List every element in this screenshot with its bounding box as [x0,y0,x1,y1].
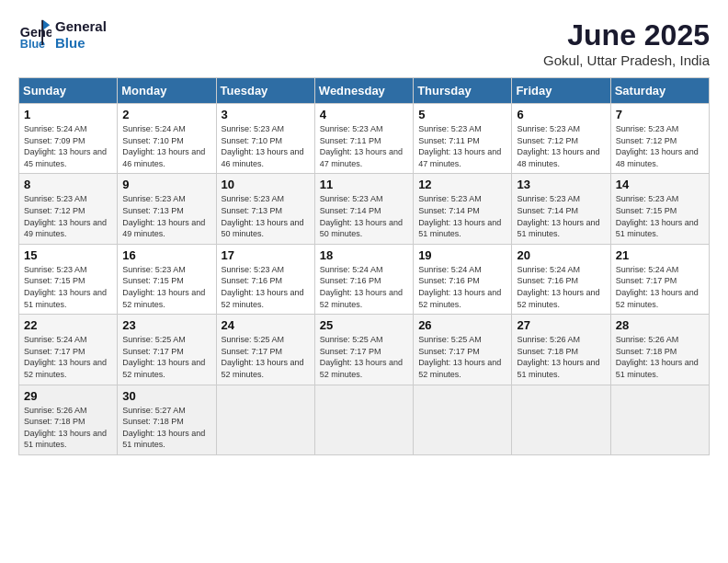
day-number: 29 [24,389,112,403]
day-number: 16 [122,248,210,262]
svg-rect-3 [41,20,43,45]
day-number: 4 [320,108,408,121]
calendar-cell: 9 Sunrise: 5:23 AM Sunset: 7:13 PM Dayli… [118,174,216,244]
day-info: Sunrise: 5:24 AM Sunset: 7:09 PM Dayligh… [24,123,112,169]
day-number: 10 [222,178,310,191]
calendar-cell: 5 Sunrise: 5:23 AM Sunset: 7:11 PM Dayli… [414,104,512,174]
day-info: Sunrise: 5:23 AM Sunset: 7:11 PM Dayligh… [418,123,506,169]
day-number: 17 [222,248,310,262]
day-number: 27 [517,318,605,332]
calendar: SundayMondayTuesdayWednesdayThursdayFrid… [18,77,710,455]
day-number: 28 [616,318,704,332]
day-info: Sunrise: 5:23 AM Sunset: 7:12 PM Dayligh… [616,123,704,169]
weekday-header-thursday: Thursday [414,78,512,104]
calendar-cell: 10 Sunrise: 5:23 AM Sunset: 7:13 PM Dayl… [216,174,314,244]
calendar-cell [414,385,512,454]
calendar-cell: 26 Sunrise: 5:25 AM Sunset: 7:17 PM Dayl… [414,315,512,385]
calendar-cell: 11 Sunrise: 5:23 AM Sunset: 7:14 PM Dayl… [314,174,413,244]
calendar-cell: 27 Sunrise: 5:26 AM Sunset: 7:18 PM Dayl… [512,315,610,385]
weekday-header-saturday: Saturday [610,78,709,104]
day-info: Sunrise: 5:23 AM Sunset: 7:13 PM Dayligh… [122,193,210,239]
calendar-week-2: 8 Sunrise: 5:23 AM Sunset: 7:12 PM Dayli… [19,174,710,244]
calendar-cell [314,385,413,454]
day-number: 22 [24,318,112,332]
calendar-cell: 8 Sunrise: 5:23 AM Sunset: 7:12 PM Dayli… [19,174,118,244]
day-info: Sunrise: 5:23 AM Sunset: 7:14 PM Dayligh… [320,193,408,239]
day-number: 7 [616,108,704,121]
day-number: 13 [517,178,605,191]
calendar-week-1: 1 Sunrise: 5:24 AM Sunset: 7:09 PM Dayli… [19,104,710,174]
day-number: 9 [122,178,210,191]
day-info: Sunrise: 5:24 AM Sunset: 7:10 PM Dayligh… [122,123,210,169]
day-info: Sunrise: 5:25 AM Sunset: 7:17 PM Dayligh… [320,334,408,380]
day-info: Sunrise: 5:24 AM Sunset: 7:16 PM Dayligh… [320,264,408,310]
day-number: 5 [418,108,506,121]
calendar-body: 1 Sunrise: 5:24 AM Sunset: 7:09 PM Dayli… [19,104,710,455]
day-number: 12 [418,178,506,191]
calendar-cell: 6 Sunrise: 5:23 AM Sunset: 7:12 PM Dayli… [512,104,610,174]
calendar-week-5: 29 Sunrise: 5:26 AM Sunset: 7:18 PM Dayl… [19,385,710,454]
day-info: Sunrise: 5:23 AM Sunset: 7:14 PM Dayligh… [517,193,605,239]
day-number: 11 [320,178,408,191]
calendar-cell: 21 Sunrise: 5:24 AM Sunset: 7:17 PM Dayl… [610,244,709,314]
day-info: Sunrise: 5:24 AM Sunset: 7:17 PM Dayligh… [616,264,704,310]
calendar-cell: 30 Sunrise: 5:27 AM Sunset: 7:18 PM Dayl… [118,385,216,454]
day-number: 15 [24,248,112,262]
calendar-cell: 7 Sunrise: 5:23 AM Sunset: 7:12 PM Dayli… [610,104,709,174]
day-number: 24 [222,318,310,332]
calendar-cell: 23 Sunrise: 5:25 AM Sunset: 7:17 PM Dayl… [118,315,216,385]
weekday-header-tuesday: Tuesday [216,78,314,104]
calendar-cell [610,385,709,454]
calendar-header-row: SundayMondayTuesdayWednesdayThursdayFrid… [19,78,710,104]
calendar-cell: 28 Sunrise: 5:26 AM Sunset: 7:18 PM Dayl… [610,315,709,385]
calendar-cell: 29 Sunrise: 5:26 AM Sunset: 7:18 PM Dayl… [19,385,118,454]
calendar-cell: 14 Sunrise: 5:23 AM Sunset: 7:15 PM Dayl… [610,174,709,244]
calendar-cell: 15 Sunrise: 5:23 AM Sunset: 7:15 PM Dayl… [19,244,118,314]
title-area: June 2025 Gokul, Uttar Pradesh, India [543,18,710,68]
calendar-cell: 13 Sunrise: 5:23 AM Sunset: 7:14 PM Dayl… [512,174,610,244]
day-number: 21 [616,248,704,262]
day-info: Sunrise: 5:23 AM Sunset: 7:11 PM Dayligh… [320,123,408,169]
day-number: 25 [320,318,408,332]
logo: General Blue General Blue [18,18,107,52]
day-info: Sunrise: 5:26 AM Sunset: 7:18 PM Dayligh… [616,334,704,380]
day-number: 18 [320,248,408,262]
weekday-header-wednesday: Wednesday [314,78,413,104]
day-info: Sunrise: 5:25 AM Sunset: 7:17 PM Dayligh… [222,334,310,380]
location-title: Gokul, Uttar Pradesh, India [543,52,710,68]
day-number: 23 [122,318,210,332]
calendar-cell: 1 Sunrise: 5:24 AM Sunset: 7:09 PM Dayli… [19,104,118,174]
calendar-cell: 12 Sunrise: 5:23 AM Sunset: 7:14 PM Dayl… [414,174,512,244]
calendar-cell: 3 Sunrise: 5:23 AM Sunset: 7:10 PM Dayli… [216,104,314,174]
day-info: Sunrise: 5:23 AM Sunset: 7:15 PM Dayligh… [24,264,112,310]
calendar-cell: 4 Sunrise: 5:23 AM Sunset: 7:11 PM Dayli… [314,104,413,174]
weekday-header-monday: Monday [118,78,216,104]
day-number: 30 [122,389,210,403]
calendar-cell: 18 Sunrise: 5:24 AM Sunset: 7:16 PM Dayl… [314,244,413,314]
day-info: Sunrise: 5:24 AM Sunset: 7:16 PM Dayligh… [418,264,506,310]
day-info: Sunrise: 5:23 AM Sunset: 7:15 PM Dayligh… [616,193,704,239]
day-info: Sunrise: 5:23 AM Sunset: 7:12 PM Dayligh… [24,193,112,239]
day-number: 3 [222,108,310,121]
day-info: Sunrise: 5:23 AM Sunset: 7:16 PM Dayligh… [222,264,310,310]
logo-icon: General Blue [18,18,51,52]
day-number: 2 [122,108,210,121]
svg-text:Blue: Blue [20,38,45,51]
day-info: Sunrise: 5:23 AM Sunset: 7:13 PM Dayligh… [222,193,310,239]
day-number: 6 [517,108,605,121]
header: General Blue General Blue June 2025 Goku… [18,18,710,68]
day-info: Sunrise: 5:25 AM Sunset: 7:17 PM Dayligh… [122,334,210,380]
day-number: 14 [616,178,704,191]
day-info: Sunrise: 5:26 AM Sunset: 7:18 PM Dayligh… [517,334,605,380]
logo-line1: General [55,18,107,35]
day-info: Sunrise: 5:25 AM Sunset: 7:17 PM Dayligh… [418,334,506,380]
day-info: Sunrise: 5:23 AM Sunset: 7:10 PM Dayligh… [222,123,310,169]
day-number: 8 [24,178,112,191]
day-info: Sunrise: 5:23 AM Sunset: 7:14 PM Dayligh… [418,193,506,239]
day-info: Sunrise: 5:23 AM Sunset: 7:15 PM Dayligh… [122,264,210,310]
calendar-cell: 2 Sunrise: 5:24 AM Sunset: 7:10 PM Dayli… [118,104,216,174]
calendar-cell: 25 Sunrise: 5:25 AM Sunset: 7:17 PM Dayl… [314,315,413,385]
day-info: Sunrise: 5:24 AM Sunset: 7:16 PM Dayligh… [517,264,605,310]
calendar-cell: 20 Sunrise: 5:24 AM Sunset: 7:16 PM Dayl… [512,244,610,314]
calendar-cell: 24 Sunrise: 5:25 AM Sunset: 7:17 PM Dayl… [216,315,314,385]
